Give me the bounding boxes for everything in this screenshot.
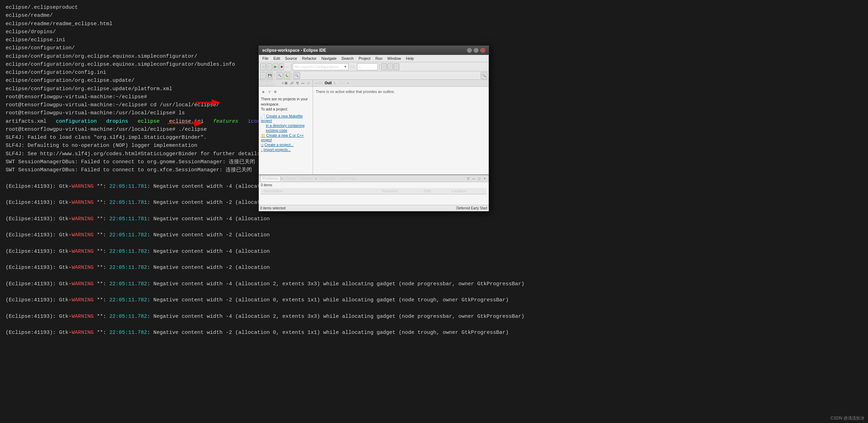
build-button[interactable]: 🔨 bbox=[276, 72, 283, 79]
problems-count: 0 items bbox=[261, 183, 487, 187]
menu-run[interactable]: Run bbox=[373, 56, 385, 61]
terminal-line bbox=[6, 272, 862, 280]
launch-config-label: No Launch Configurations bbox=[294, 65, 339, 69]
toolbar-separator bbox=[291, 64, 291, 70]
import-projects-link[interactable]: ↓Import projects... bbox=[261, 148, 311, 152]
on-field[interactable]: — bbox=[357, 63, 378, 70]
terminal-line bbox=[6, 256, 862, 264]
terminal-line: eclipse/readme/ bbox=[6, 12, 862, 20]
project-explorer-header: Project Explorer × ⊟ 🔗 ▽ — □ bbox=[259, 80, 313, 87]
terminal-line bbox=[6, 223, 862, 231]
terminal-line: eclipse/readme/readme_eclipse.html bbox=[6, 20, 862, 28]
create-project-link[interactable]: ◇Create a project... bbox=[261, 143, 311, 147]
maximize-button[interactable] bbox=[474, 48, 479, 53]
terminal-line: (Eclipse:41193): Gtk-WARNING **: 22:05:1… bbox=[6, 313, 862, 321]
bottom-content: 0 items Description Resource Path Locati… bbox=[259, 182, 489, 195]
create-cpp-link[interactable]: 📁Create a new C or C++ project bbox=[261, 133, 311, 142]
title-bar: eclipse-workspace - Eclipse IDE bbox=[259, 46, 489, 55]
forward-button[interactable]: ▶ bbox=[267, 63, 272, 70]
save-button[interactable]: 💾 bbox=[267, 72, 273, 79]
back-button[interactable]: ◀ bbox=[260, 63, 266, 70]
outline-content: There is no active editor that provides … bbox=[313, 87, 489, 96]
menu-source[interactable]: Source bbox=[283, 56, 299, 61]
problems-maximize[interactable]: □ bbox=[477, 176, 482, 181]
green-run-button[interactable]: ▶ bbox=[273, 63, 278, 70]
terminal-line: eclipse/.eclipseproduct bbox=[6, 3, 862, 12]
new-button[interactable]: ⊕ bbox=[260, 72, 266, 79]
terminal-line: (Eclipse:41193): Gtk-WARNING **: 22:05:1… bbox=[6, 248, 862, 256]
explorer-new-button[interactable]: ⊕ bbox=[261, 89, 266, 94]
status-bar: 0 items selected Deferred Early Start bbox=[259, 205, 489, 211]
col-location: Location bbox=[450, 189, 485, 193]
terminal-line bbox=[6, 239, 862, 247]
status-left: 0 items selected bbox=[260, 206, 285, 210]
explorer-settings-button[interactable]: ⚙ bbox=[273, 89, 278, 94]
problems-close-panel[interactable]: × bbox=[482, 176, 487, 181]
maximize-panel-button[interactable]: □ bbox=[306, 81, 311, 86]
on-label: on: bbox=[349, 65, 356, 69]
explorer-filter-button[interactable]: ▽ bbox=[267, 89, 272, 94]
build-close[interactable]: × bbox=[347, 81, 349, 85]
menu-file[interactable]: File bbox=[260, 56, 271, 61]
close-button[interactable] bbox=[480, 48, 485, 53]
tab-tasks[interactable]: Tasks bbox=[285, 176, 298, 181]
maximize-view-button[interactable]: ⤢ bbox=[387, 63, 393, 70]
menu-bar: File Edit Source Refactor Navigate Searc… bbox=[259, 55, 489, 62]
maximize-outline[interactable]: □ bbox=[319, 81, 321, 85]
menu-refactor[interactable]: Refactor bbox=[300, 56, 319, 61]
outline-header: — □ Outl × Buil × bbox=[313, 80, 489, 87]
col-resource: Resource bbox=[380, 189, 422, 193]
stop-button[interactable]: ■ bbox=[279, 63, 284, 70]
terminal-line: (Eclipse:41193): Gtk-WARNING **: 22:05:1… bbox=[6, 296, 862, 304]
search-icon-right[interactable]: 🔍 bbox=[481, 72, 487, 79]
terminal-line bbox=[6, 288, 862, 296]
terminal-line bbox=[6, 321, 862, 329]
tab-outline[interactable]: Outl bbox=[323, 81, 333, 85]
project-explorer-title: Project Explorer bbox=[261, 79, 281, 87]
minimize-panel-button[interactable]: — bbox=[300, 81, 305, 86]
outline-close[interactable]: × bbox=[334, 81, 335, 85]
panel-icons: ⊟ 🔗 ▽ — □ bbox=[284, 81, 311, 86]
problems-filter[interactable]: ▽ bbox=[466, 176, 471, 181]
open-perspective-button[interactable]: ⊞ bbox=[381, 63, 387, 70]
sep4 bbox=[292, 72, 292, 79]
bottom-panel: Problems × Tasks Console × Properties Ca… bbox=[259, 174, 489, 211]
collapse-all-button[interactable]: ⊟ bbox=[284, 81, 289, 86]
view-menu-button[interactable]: ▽ bbox=[295, 81, 300, 86]
create-makefile-link[interactable]: 📄Create a new Makefile project bbox=[261, 114, 311, 123]
search-toolbar-button[interactable]: 🔍 bbox=[293, 72, 300, 79]
menu-search[interactable]: Search bbox=[340, 56, 356, 61]
console-close[interactable]: × bbox=[315, 177, 317, 180]
terminal-line: (Eclipse:41193): Gtk-WARNING **: 22:05:1… bbox=[6, 215, 862, 223]
explorer-toolbar: ⊕ ▽ ⚙ bbox=[261, 89, 311, 94]
minimize-button[interactable] bbox=[467, 48, 472, 53]
menu-help[interactable]: Help bbox=[404, 56, 416, 61]
in-directory-link[interactable]: in a directory containing bbox=[261, 123, 311, 128]
toolbar-row1: ◀ ▶ ▶ ■ — No Launch Configurations ▼ on:… bbox=[259, 62, 489, 71]
tab-console[interactable]: Console bbox=[298, 176, 314, 181]
minimize-outline[interactable]: — bbox=[315, 81, 318, 85]
minimize-view-button[interactable]: ⤡ bbox=[394, 63, 399, 70]
tab-call-graph[interactable]: Call Graph bbox=[338, 176, 358, 181]
existing-code-link[interactable]: existing code bbox=[261, 128, 311, 132]
tab-properties[interactable]: Properties bbox=[318, 176, 337, 181]
eclipse-window: eclipse-workspace - Eclipse IDE File Edi… bbox=[258, 45, 489, 212]
menu-navigate[interactable]: Navigate bbox=[319, 56, 338, 61]
tab-problems[interactable]: Problems bbox=[260, 176, 280, 181]
problems-close[interactable]: × bbox=[281, 177, 283, 180]
menu-edit[interactable]: Edit bbox=[271, 56, 282, 61]
terminal-line: eclipse/dropins/ bbox=[6, 28, 862, 36]
launch-config-dropdown[interactable]: No Launch Configurations ▼ bbox=[293, 63, 349, 70]
terminal-line: (Eclipse:41193): Gtk-WARNING **: 22:05:1… bbox=[6, 264, 862, 272]
watermark: CSDN @清流饮冰 bbox=[830, 415, 865, 421]
toolbar-separator2 bbox=[379, 64, 380, 70]
problems-minimize[interactable]: — bbox=[471, 176, 476, 181]
on-value: — bbox=[359, 65, 363, 69]
menu-window[interactable]: Window bbox=[385, 56, 403, 61]
window-title: eclipse-workspace - Eclipse IDE bbox=[262, 48, 326, 53]
debug-button[interactable]: 🐛 bbox=[284, 72, 290, 79]
menu-project[interactable]: Project bbox=[356, 56, 372, 61]
terminal-line: (Eclipse:41193): Gtk-WARNING **: 22:05:1… bbox=[6, 280, 862, 288]
link-button[interactable]: 🔗 bbox=[289, 81, 294, 86]
tab-build[interactable]: Buil bbox=[338, 81, 347, 85]
